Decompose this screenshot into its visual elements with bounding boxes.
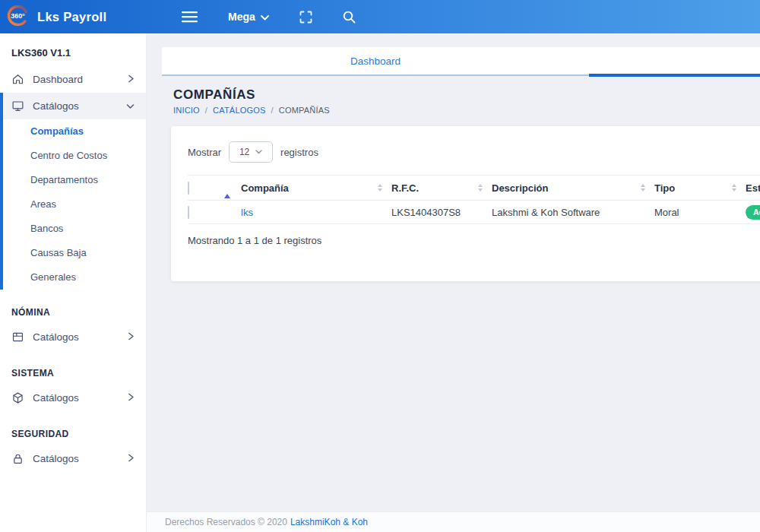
- table-length-control: Mostrar 12 registros: [188, 141, 760, 163]
- column-header-rfc[interactable]: R.F.C.: [391, 176, 492, 201]
- table-header-row: Compañía R.F.C. Descripción Tipo: [188, 176, 760, 201]
- sort-asc-icon: [224, 182, 230, 198]
- breadcrumb-separator: /: [205, 106, 207, 115]
- logo-360-icon: 360°: [6, 4, 30, 30]
- chevron-down-icon: [261, 11, 269, 23]
- breadcrumb-current: COMPAÑÍAS: [279, 106, 330, 115]
- submenu-item-companias[interactable]: Compañías: [3, 119, 146, 144]
- companies-table-card: Mostrar 12 registros Compañía: [171, 126, 760, 281]
- submenu-item-areas[interactable]: Areas: [3, 192, 146, 217]
- sidebar-section-nomina: NÓMINA: [0, 290, 146, 324]
- nav-controls: Mega: [166, 0, 371, 33]
- sidebar-item-label: Dashboard: [33, 74, 83, 85]
- tab-strip: Dashboard: [162, 47, 760, 76]
- sidebar-item-dashboard[interactable]: Dashboard: [0, 66, 146, 93]
- catalogos-submenu: Compañías Centro de Costos Departamentos…: [3, 119, 146, 290]
- sort-icon: [378, 184, 382, 192]
- lock-icon: [11, 452, 24, 465]
- search-icon[interactable]: [328, 0, 371, 33]
- sort-icon: [732, 184, 736, 192]
- home-icon: [11, 73, 24, 86]
- top-navbar: 360° Lks Payroll Mega: [0, 0, 760, 33]
- table-row: lks LKS1404307S8 Lakshmi & Koh Software …: [188, 201, 760, 224]
- monitor-icon: [11, 100, 24, 112]
- chevron-right-icon: [128, 392, 135, 404]
- length-label-prefix: Mostrar: [188, 147, 221, 158]
- submenu-item-generales[interactable]: Generales: [3, 265, 146, 290]
- sort-icon: [478, 184, 483, 192]
- sidebar-item-sistema-catalogos[interactable]: Catálogos: [0, 385, 146, 411]
- chevron-right-icon: [128, 331, 135, 343]
- table-info: Mostrando 1 a 1 de 1 registros: [188, 235, 760, 246]
- company-link[interactable]: lks: [241, 207, 253, 218]
- cell-tipo: Moral: [654, 201, 746, 224]
- column-header-estatus[interactable]: Estatus: [746, 176, 760, 201]
- breadcrumb-home[interactable]: INICIO: [173, 106, 200, 115]
- chevron-right-icon: [128, 453, 135, 464]
- sidebar-item-label: Catálogos: [33, 453, 79, 464]
- chevron-right-icon: [128, 74, 135, 85]
- cell-descripcion: Lakshmi & Koh Software: [492, 201, 654, 224]
- sort-icon: [641, 184, 645, 192]
- column-header-compania[interactable]: Compañía: [241, 176, 391, 201]
- cell-rfc: LKS1404307S8: [391, 201, 492, 224]
- sidebar-section-sistema: SISTEMA: [0, 350, 146, 385]
- submenu-item-causas-baja[interactable]: Causas Baja: [3, 241, 146, 265]
- sidebar-item-catalogos[interactable]: Catálogos: [3, 93, 146, 119]
- page-title: COMPAÑÍAS: [173, 87, 760, 103]
- breadcrumb-separator: /: [271, 106, 274, 115]
- app-title: Lks Payroll: [37, 10, 106, 24]
- sorted-column-indicator[interactable]: [224, 176, 241, 201]
- brand-area[interactable]: 360° Lks Payroll: [0, 4, 147, 30]
- sidebar: LKS360 V1.1 Dashboard Catálogos Compañía…: [0, 33, 147, 532]
- footer: Derechos Reservados © 2020 LakshmiKoh & …: [147, 511, 760, 532]
- main-content: Dashboard COMPAÑÍAS INICIO / CATÁLOGOS /…: [147, 33, 760, 532]
- package-icon: [11, 391, 24, 404]
- submenu-item-departamentos[interactable]: Departamentos: [3, 168, 146, 192]
- sidebar-item-nomina-catalogos[interactable]: Catálogos: [0, 324, 146, 350]
- submenu-item-centro-de-costos[interactable]: Centro de Costos: [3, 144, 146, 168]
- breadcrumb-section[interactable]: CATÁLOGOS: [213, 106, 265, 115]
- page-size-select[interactable]: 12: [229, 141, 273, 163]
- hamburger-menu-icon[interactable]: [166, 0, 213, 33]
- column-header-descripcion[interactable]: Descripción: [492, 176, 654, 201]
- length-label-suffix: registros: [280, 147, 318, 158]
- footer-text: Derechos Reservados © 2020: [165, 517, 287, 527]
- column-header-tipo[interactable]: Tipo: [654, 176, 746, 201]
- sidebar-item-label: Catálogos: [33, 331, 79, 343]
- page-head: COMPAÑÍAS INICIO / CATÁLOGOS / COMPAÑÍAS: [147, 76, 760, 115]
- breadcrumb: INICIO / CATÁLOGOS / COMPAÑÍAS: [173, 106, 760, 115]
- sidebar-section-seguridad: SEGURIDAD: [0, 411, 146, 445]
- chevron-down-icon: [255, 150, 262, 154]
- table-icon: [11, 331, 24, 344]
- row-checkbox[interactable]: [188, 206, 189, 219]
- sidebar-item-label: Catálogos: [33, 392, 79, 404]
- svg-text:360°: 360°: [11, 12, 25, 20]
- submenu-item-bancos[interactable]: Bancos: [3, 217, 146, 241]
- chevron-down-icon: [126, 100, 135, 112]
- sidebar-item-seguridad-catalogos[interactable]: Catálogos: [0, 445, 146, 472]
- tab-dashboard[interactable]: Dashboard: [162, 47, 589, 76]
- active-tab-underline: [589, 74, 760, 77]
- catalogos-menu-group: Catálogos Compañías Centro de Costos Dep…: [0, 93, 146, 290]
- sidebar-version-label: LKS360 V1.1: [0, 33, 146, 66]
- sidebar-item-label: Catálogos: [33, 100, 79, 112]
- mega-dropdown-label: Mega: [228, 11, 255, 23]
- page-size-value: 12: [239, 147, 249, 157]
- companies-table: Compañía R.F.C. Descripción Tipo: [188, 175, 760, 224]
- status-badge: Activo: [746, 205, 760, 220]
- fullscreen-icon[interactable]: [284, 0, 328, 33]
- mega-dropdown[interactable]: Mega: [213, 0, 284, 33]
- footer-link[interactable]: LakshmiKoh & Koh: [290, 517, 368, 527]
- select-all-checkbox[interactable]: [188, 182, 189, 195]
